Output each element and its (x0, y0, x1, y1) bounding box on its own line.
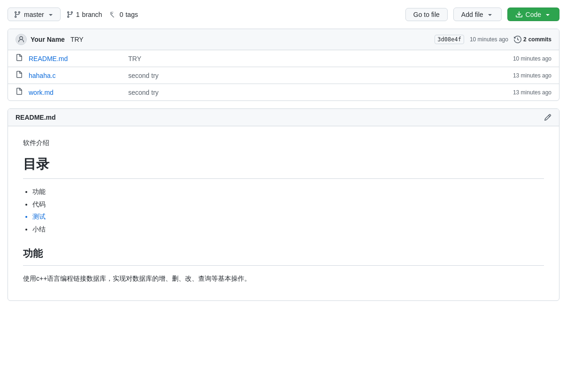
readme-header: README.md (8, 109, 559, 126)
readme-list: 功能 代码 测试 小结 (32, 186, 544, 234)
edit-icon[interactable] (544, 114, 551, 121)
chevron-add-icon (486, 10, 494, 18)
tags-count: 0 (119, 11, 123, 18)
commit-header: Your Name TRY 3d08e4f 10 minutes ago 2 c… (8, 29, 559, 50)
file-name-work[interactable]: work.md (29, 89, 123, 96)
file-commit-msg-readme: TRY (128, 55, 489, 62)
file-row: work.md second try 13 minutes ago (8, 84, 559, 100)
file-row: README.md TRY 10 minutes ago (8, 50, 559, 67)
file-icon-work (16, 88, 23, 97)
author-name: Your Name (31, 36, 65, 43)
tags-label: tags (125, 11, 138, 18)
add-file-label: Add file (461, 11, 483, 18)
branches-count: 1 (76, 11, 80, 18)
go-to-file-label: Go to file (413, 11, 440, 18)
readme-function-text: 使用c++语言编程链接数据库，实现对数据库的增、删、改、查询等基本操作。 (23, 273, 544, 284)
file-commit-msg-hahaha: second try (128, 72, 489, 79)
readme-box: README.md 软件介绍 目录 功能 代码 测试 小结 功能 使用c++语言… (8, 108, 559, 301)
git-branch-icon (14, 10, 21, 18)
commits-count: 2 (523, 36, 527, 43)
branch-dropdown[interactable]: master (8, 8, 61, 21)
chevron-down-icon (47, 10, 54, 18)
file-row: hahaha.c second try 13 minutes ago (8, 67, 559, 84)
code-label: Code (526, 11, 541, 18)
readme-subtitle: 软件介绍 (23, 138, 544, 148)
branches-link[interactable]: 1 branch (66, 10, 102, 18)
commit-meta: 3d08e4f 10 minutes ago 2 commits (435, 35, 551, 44)
list-item: 功能 (32, 186, 544, 197)
commit-hash[interactable]: 3d08e4f (435, 35, 464, 44)
branches-label: branch (82, 11, 102, 18)
toolbar: master 1 branch (8, 8, 559, 21)
file-name-hahaha[interactable]: hahaha.c (29, 72, 123, 79)
git-branch-small-icon (66, 10, 74, 18)
list-item[interactable]: 测试 (32, 211, 544, 222)
file-time-work: 13 minutes ago (495, 89, 551, 96)
file-time-hahaha: 13 minutes ago (495, 72, 551, 79)
list-item: 小结 (32, 224, 544, 234)
file-icon-readme (16, 54, 23, 63)
list-item: 代码 (32, 199, 544, 209)
go-to-file-button[interactable]: Go to file (405, 8, 448, 21)
commit-message: TRY (70, 36, 84, 43)
chevron-code-icon (544, 10, 551, 18)
readme-main-heading: 目录 (23, 154, 544, 179)
avatar (16, 34, 27, 45)
code-button[interactable]: Code (507, 8, 559, 21)
commit-author-info: Your Name TRY (16, 34, 84, 45)
history-icon (514, 36, 521, 43)
file-time-readme: 10 minutes ago (495, 55, 551, 62)
readme-content: 软件介绍 目录 功能 代码 测试 小结 功能 使用c++语言编程链接数据库，实现… (8, 126, 559, 300)
branch-name: master (24, 11, 44, 18)
file-commit-msg-work: second try (128, 89, 489, 96)
commits-link[interactable]: 2 commits (514, 36, 551, 43)
readme-title: README.md (16, 114, 56, 121)
repo-file-box: Your Name TRY 3d08e4f 10 minutes ago 2 c… (8, 29, 559, 101)
readme-function-heading: 功能 (23, 246, 544, 266)
commits-label: commits (528, 36, 551, 43)
commit-time: 10 minutes ago (470, 36, 508, 43)
tag-icon (109, 10, 117, 18)
repo-meta: 1 branch 0 tags (66, 10, 138, 18)
file-icon-hahaha (16, 71, 23, 80)
tags-link[interactable]: 0 tags (109, 10, 138, 18)
add-file-button[interactable]: Add file (453, 8, 502, 21)
download-icon (515, 10, 523, 18)
file-name-readme[interactable]: README.md (29, 55, 123, 62)
